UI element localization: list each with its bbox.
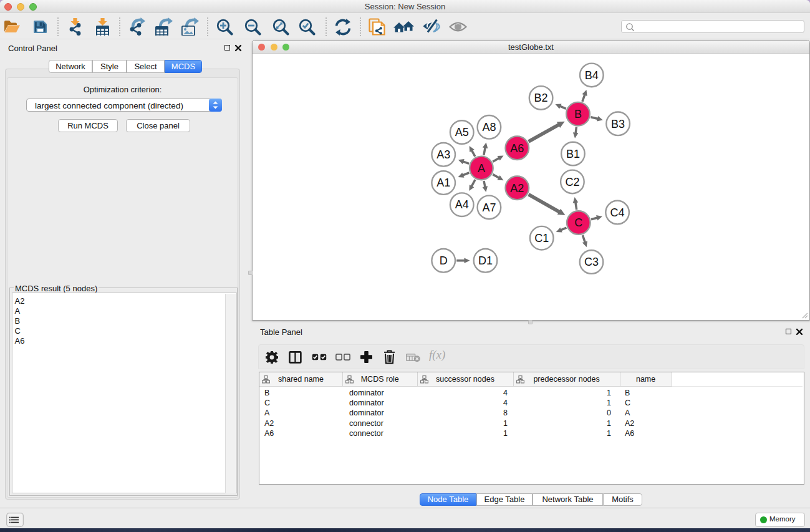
- svg-text:D: D: [440, 254, 448, 267]
- svg-text:A7: A7: [482, 201, 496, 214]
- svg-text:B2: B2: [534, 92, 548, 104]
- svg-text:A1: A1: [436, 177, 450, 189]
- svg-text:A8: A8: [482, 121, 496, 133]
- svg-text:C2: C2: [565, 176, 579, 188]
- svg-text:A3: A3: [436, 148, 450, 161]
- svg-text:D1: D1: [478, 254, 493, 267]
- svg-text:C: C: [574, 216, 582, 229]
- svg-text:B4: B4: [585, 69, 599, 82]
- svg-text:C3: C3: [584, 256, 599, 268]
- svg-text:A4: A4: [455, 198, 469, 211]
- svg-text:A: A: [478, 162, 485, 175]
- svg-text:C4: C4: [610, 206, 625, 219]
- svg-text:B1: B1: [566, 148, 580, 160]
- svg-text:A2: A2: [510, 182, 524, 195]
- svg-text:B: B: [574, 108, 582, 120]
- svg-text:B3: B3: [611, 118, 625, 130]
- svg-text:A5: A5: [455, 126, 469, 138]
- svg-text:C1: C1: [534, 232, 549, 244]
- svg-text:A6: A6: [510, 142, 524, 155]
